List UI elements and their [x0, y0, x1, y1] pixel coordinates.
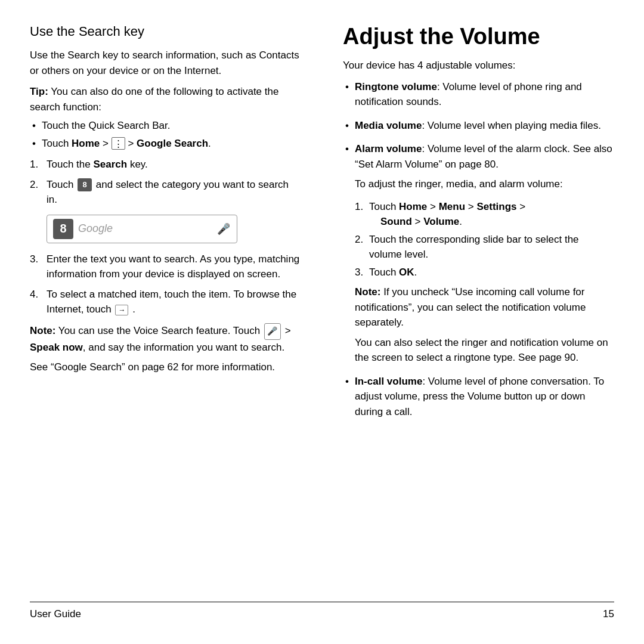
step-1: 1. Touch the Search key. — [30, 157, 301, 172]
search-box-placeholder: Google — [78, 222, 216, 235]
left-section-title: Use the Search key — [30, 24, 301, 39]
right-intro: Your device has 4 adjustable volumes: — [343, 58, 614, 73]
see-also: See “Google Search” on page 62 for more … — [30, 360, 301, 375]
search-box-container: 8 Google 🎤 — [47, 215, 301, 243]
step-3-text: Enter the text you want to search. As yo… — [47, 253, 299, 280]
right-section-title: Adjust the Volume — [343, 24, 614, 49]
left-intro: Use the Search key to search information… — [30, 48, 301, 78]
alarm-step-1-num: 1. — [355, 199, 363, 215]
search-s-icon: 8 — [78, 178, 92, 191]
tip-label: Tip: — [30, 86, 48, 97]
note-text: You can use the Voice Search feature. To… — [55, 325, 263, 336]
incall-volume-item: In-call volume: Volume level of phone co… — [343, 374, 614, 420]
step-3: 3. Enter the text you want to search. As… — [30, 252, 301, 282]
mic-inline-icon: 🎤 — [264, 323, 281, 340]
ringtone-volume-item: Ringtone volume: Volume level of phone r… — [343, 79, 614, 110]
content-area: Use the Search key Use the Search key to… — [30, 24, 614, 596]
search-box-icon: 8 — [53, 219, 73, 239]
step-2: 2. Touch 8 and select the category you w… — [30, 177, 301, 208]
media-text: : Volume level when playing media files. — [422, 120, 601, 131]
alarm-sub-steps: 1. Touch Home > Menu > Settings > Sound … — [355, 196, 614, 280]
speak-now-bold: Speak now — [30, 342, 83, 353]
search-box[interactable]: 8 Google 🎤 — [47, 215, 237, 243]
footer: User Guide 15 — [30, 602, 614, 620]
step-2-num: 2. — [30, 177, 38, 193]
note-text2: , and say the information you want to se… — [83, 342, 284, 353]
mic-icon: 🎤 — [216, 222, 231, 236]
alarm-sub-intro: To adjust the ringer, media, and alarm v… — [355, 177, 614, 192]
tip-bullets: Touch the Quick Search Bar. Touch Home >… — [30, 118, 301, 151]
alarm-step-2: 2. Touch the corresponding slide bar to … — [355, 232, 614, 262]
volumes-list: Ringtone volume: Volume level of phone r… — [343, 79, 614, 420]
left-column: Use the Search key Use the Search key to… — [30, 24, 313, 596]
ringtone-bold: Ringtone volume — [355, 81, 437, 92]
tip-text: You can also do one of the following to … — [30, 86, 278, 113]
right-column: Adjust the Volume Your device has 4 adju… — [337, 24, 614, 596]
footer-page: 15 — [603, 608, 614, 620]
search-letter: 8 — [60, 222, 66, 236]
alarm-step-2-text: Touch the corresponding slide bar to sel… — [369, 234, 579, 261]
step-4-num: 4. — [30, 287, 38, 302]
step-4: 4. To select a matched item, touch the i… — [30, 287, 301, 317]
note-label: Note: — [30, 325, 55, 336]
alarm-step-3: 3. Touch OK. — [355, 265, 614, 280]
alarm-volume-item: Alarm volume: Volume level of the alarm … — [343, 141, 614, 366]
tip-bullet-2: Touch Home > ⋮ > Google Search. — [30, 136, 301, 151]
alarm-note-label: Note: — [355, 286, 380, 298]
page: Use the Search key Use the Search key to… — [0, 0, 644, 644]
alarm-sub-note: Note: If you uncheck “Use incoming call … — [355, 284, 614, 330]
step-1-bold: Search — [93, 159, 127, 170]
alarm-bold: Alarm volume — [355, 143, 422, 154]
steps-list: 1. Touch the Search key. 2. Touch 8 and … — [30, 157, 301, 208]
incall-bold: In-call volume — [355, 376, 422, 387]
note-paragraph: Note: You can use the Voice Search featu… — [30, 323, 301, 355]
media-volume-item: Media volume: Volume level when playing … — [343, 118, 614, 134]
alarm-step-2-num: 2. — [355, 232, 363, 247]
steps-continued-list: 3. Enter the text you want to search. As… — [30, 252, 301, 317]
alarm-step-3-num: 3. — [355, 265, 363, 280]
step-1-num: 1. — [30, 157, 38, 172]
arrow-icon: → — [115, 305, 128, 315]
footer-label: User Guide — [30, 608, 81, 620]
media-bold: Media volume — [355, 120, 422, 131]
tip-paragraph: Tip: You can also do one of the followin… — [30, 84, 301, 114]
alarm-note-text: If you uncheck “Use incoming call volume… — [355, 286, 586, 328]
step-3-num: 3. — [30, 252, 38, 267]
alarm-sub-note2: You can also select the ringer and notif… — [355, 335, 614, 366]
alarm-step-1: 1. Touch Home > Menu > Settings > Sound … — [355, 199, 614, 230]
tip-bullet-1: Touch the Quick Search Bar. — [30, 118, 301, 134]
